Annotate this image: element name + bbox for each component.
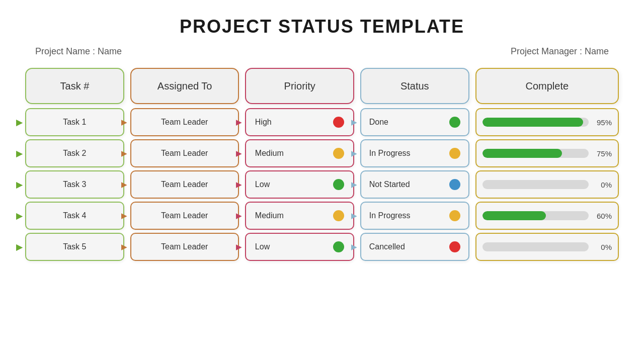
priority-arrow-icon: ▶ bbox=[236, 212, 242, 220]
header-assigned: Assigned To bbox=[130, 68, 239, 104]
status-dot bbox=[449, 117, 460, 128]
task-label: Task 2 bbox=[63, 149, 86, 158]
assigned-label: Team Leader bbox=[161, 180, 208, 189]
meta-row: Project Name : Name Project Manager : Na… bbox=[35, 46, 609, 57]
status-cell: ▶Cancelled bbox=[360, 233, 469, 261]
table-row: ▶Task 5▶Team Leader▶Low▶Cancelled0% bbox=[25, 233, 619, 261]
progress-bar-bg bbox=[482, 149, 589, 158]
progress-bar-fill bbox=[482, 118, 584, 127]
task-label: Task 4 bbox=[63, 211, 86, 220]
progress-label: 60% bbox=[594, 212, 612, 220]
task-arrow-icon: ▶ bbox=[16, 180, 22, 190]
status-dot bbox=[449, 241, 460, 252]
complete-cell: 75% bbox=[475, 139, 619, 167]
task-label: Task 3 bbox=[63, 180, 86, 189]
priority-cell: ▶High bbox=[245, 108, 354, 136]
status-label: Not Started bbox=[369, 180, 410, 189]
assigned-label: Team Leader bbox=[161, 149, 208, 158]
status-cell: ▶In Progress bbox=[360, 139, 469, 167]
task-cell: ▶Task 5 bbox=[25, 233, 124, 261]
header-complete: Complete bbox=[475, 68, 619, 104]
task-arrow-icon: ▶ bbox=[16, 242, 22, 252]
task-cell: ▶Task 1 bbox=[25, 108, 124, 136]
progress-label: 0% bbox=[594, 180, 612, 189]
progress-label: 0% bbox=[594, 243, 612, 251]
assigned-label: Team Leader bbox=[161, 118, 208, 127]
assign-cell: ▶Team Leader bbox=[130, 139, 239, 167]
status-label: In Progress bbox=[369, 211, 411, 220]
project-name: Project Name : Name bbox=[35, 46, 122, 57]
progress-label: 75% bbox=[594, 149, 612, 158]
status-cell: ▶Done bbox=[360, 108, 469, 136]
status-label: Cancelled bbox=[369, 242, 405, 251]
header-status: Status bbox=[360, 68, 469, 104]
status-arrow-icon: ▶ bbox=[351, 243, 357, 251]
status-label: Done bbox=[369, 118, 388, 127]
status-arrow-icon: ▶ bbox=[351, 149, 357, 157]
complete-cell: 0% bbox=[475, 233, 619, 261]
task-label: Task 5 bbox=[63, 242, 86, 251]
header-task: Task # bbox=[25, 68, 124, 104]
progress-label: 95% bbox=[594, 118, 612, 127]
priority-dot bbox=[333, 117, 344, 128]
priority-label: High bbox=[255, 118, 272, 127]
progress-bar-bg bbox=[482, 118, 589, 127]
status-arrow-icon: ▶ bbox=[351, 180, 357, 189]
priority-cell: ▶Low bbox=[245, 170, 354, 199]
status-cell: ▶Not Started bbox=[360, 170, 469, 199]
complete-cell: 95% bbox=[475, 108, 619, 136]
priority-cell: ▶Medium bbox=[245, 202, 354, 230]
assign-cell: ▶Team Leader bbox=[130, 202, 239, 230]
priority-cell: ▶Medium bbox=[245, 139, 354, 167]
task-cell: ▶Task 4 bbox=[25, 202, 124, 230]
task-label: Task 1 bbox=[63, 118, 86, 127]
status-arrow-icon: ▶ bbox=[351, 212, 357, 220]
task-cell: ▶Task 3 bbox=[25, 170, 124, 199]
header-priority: Priority bbox=[245, 68, 354, 104]
table-row: ▶Task 2▶Team Leader▶Medium▶In Progress75… bbox=[25, 139, 619, 167]
assign-cell: ▶Team Leader bbox=[130, 108, 239, 136]
table: Task # Assigned To Priority Status Compl… bbox=[25, 68, 619, 264]
priority-arrow-icon: ▶ bbox=[236, 243, 242, 251]
progress-bar-fill bbox=[482, 211, 546, 220]
progress-bar-bg bbox=[482, 180, 589, 189]
priority-dot bbox=[333, 210, 344, 221]
table-row: ▶Task 4▶Team Leader▶Medium▶In Progress60… bbox=[25, 202, 619, 230]
priority-cell: ▶Low bbox=[245, 233, 354, 261]
priority-dot bbox=[333, 179, 344, 190]
assign-arrow-icon: ▶ bbox=[121, 149, 127, 157]
status-cell: ▶In Progress bbox=[360, 202, 469, 230]
status-dot bbox=[449, 148, 460, 159]
priority-arrow-icon: ▶ bbox=[236, 180, 242, 189]
table-row: ▶Task 1▶Team Leader▶High▶Done95% bbox=[25, 108, 619, 136]
task-arrow-icon: ▶ bbox=[16, 211, 22, 221]
status-label: In Progress bbox=[369, 149, 411, 158]
complete-cell: 60% bbox=[475, 202, 619, 230]
progress-bar-fill bbox=[482, 149, 562, 158]
status-arrow-icon: ▶ bbox=[351, 118, 357, 126]
assign-arrow-icon: ▶ bbox=[121, 243, 127, 251]
priority-label: Medium bbox=[255, 149, 284, 158]
assign-cell: ▶Team Leader bbox=[130, 170, 239, 199]
priority-label: Medium bbox=[255, 211, 284, 220]
assign-cell: ▶Team Leader bbox=[130, 233, 239, 261]
page-title: PROJECT STATUS TEMPLATE bbox=[180, 16, 464, 37]
project-manager: Project Manager : Name bbox=[511, 46, 609, 57]
priority-arrow-icon: ▶ bbox=[236, 149, 242, 157]
task-arrow-icon: ▶ bbox=[16, 118, 22, 127]
task-arrow-icon: ▶ bbox=[16, 149, 22, 158]
assign-arrow-icon: ▶ bbox=[121, 118, 127, 126]
status-dot bbox=[449, 210, 460, 221]
progress-bar-bg bbox=[482, 242, 589, 251]
assigned-label: Team Leader bbox=[161, 242, 208, 251]
priority-arrow-icon: ▶ bbox=[236, 118, 242, 126]
task-cell: ▶Task 2 bbox=[25, 139, 124, 167]
priority-dot bbox=[333, 148, 344, 159]
priority-dot bbox=[333, 241, 344, 252]
status-dot bbox=[449, 179, 460, 190]
priority-label: Low bbox=[255, 242, 270, 251]
table-row: ▶Task 3▶Team Leader▶Low▶Not Started0% bbox=[25, 170, 619, 199]
priority-label: Low bbox=[255, 180, 270, 189]
assign-arrow-icon: ▶ bbox=[121, 212, 127, 220]
data-rows: ▶Task 1▶Team Leader▶High▶Done95%▶Task 2▶… bbox=[25, 108, 619, 264]
